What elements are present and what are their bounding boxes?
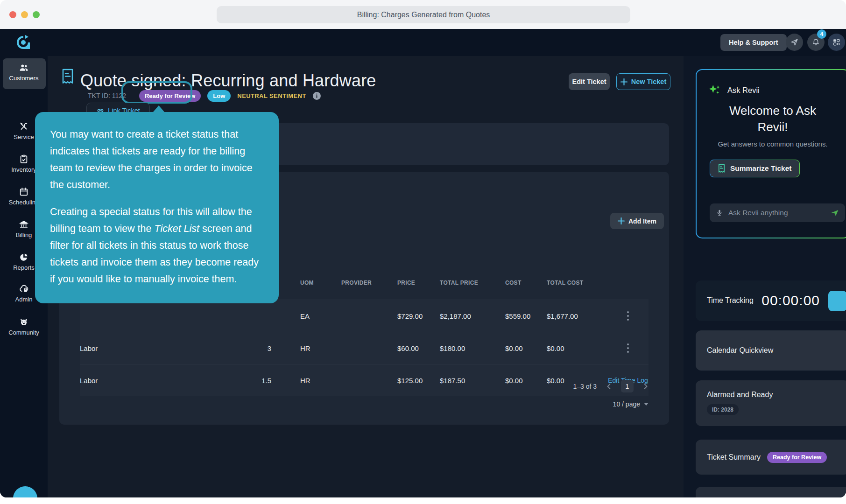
screen: Billing: Charges Generated from Quotes H…	[0, 0, 846, 504]
chevron-right-icon	[643, 383, 649, 390]
ticket-id: TKT ID: 1122	[88, 92, 126, 99]
row-menu-button[interactable]	[624, 341, 632, 356]
notification-count-badge: 4	[817, 29, 826, 39]
start-timer-button[interactable]	[828, 291, 846, 311]
cell-cost: $0.00	[505, 344, 547, 352]
grid-launcher-icon	[832, 38, 841, 47]
microphone-icon[interactable]	[715, 209, 724, 217]
right-panel: Ask Revii Welcome to Ask Revii! Get answ…	[684, 56, 846, 497]
walkthrough-tooltip: You may want to create a ticket status t…	[35, 112, 279, 303]
sidebar-label: Community	[8, 329, 39, 336]
inventory-icon	[19, 154, 29, 164]
bell-icon	[811, 38, 820, 47]
help-support-button[interactable]: Help & Support	[720, 34, 787, 51]
window-title: Billing: Charges Generated from Quotes	[217, 6, 630, 23]
tooltip-paragraph-1: You may want to create a ticket status t…	[50, 126, 264, 193]
window-titlebar: Billing: Charges Generated from Quotes	[0, 0, 846, 29]
sidebar-label: Billing	[16, 231, 32, 238]
charge-row[interactable]: Labor 3 HR $60.00 $180.00 $0.00 $0.00	[80, 332, 649, 364]
scheduling-icon	[19, 187, 29, 197]
sidebar-label: Admin	[15, 296, 33, 303]
cell-price: $729.00	[397, 312, 440, 320]
cell-total-cost: $0.00	[547, 344, 607, 352]
add-item-button[interactable]: Add Item	[610, 213, 664, 229]
new-ticket-label: New Ticket	[631, 78, 667, 85]
cell-qty: 3	[239, 344, 271, 352]
tooltip-paragraph-2: Creating a special status for this will …	[50, 203, 264, 287]
alarm-title: Alarmed and Ready	[707, 391, 773, 399]
ask-revii-input[interactable]	[728, 209, 825, 217]
sidebar-label: Inventory	[11, 166, 36, 173]
next-page-button[interactable]	[643, 382, 649, 391]
chevron-left-icon	[606, 383, 612, 390]
maximize-window-button[interactable]	[33, 11, 40, 18]
calendar-quickview-widget[interactable]: Calendar Quickview	[696, 330, 846, 371]
summarize-ticket-label: Summarize Ticket	[730, 164, 792, 173]
ticket-summary-widget[interactable]: Ticket Summary Ready for Review	[696, 440, 846, 475]
prev-page-button[interactable]	[606, 382, 612, 391]
customers-icon	[19, 63, 29, 73]
sidebar-item-community[interactable]: Community	[0, 317, 48, 344]
app-launcher-button[interactable]	[828, 34, 845, 51]
ticket-summary-label: Ticket Summary	[707, 453, 761, 462]
ticket-summary-status-badge: Ready for Review	[767, 452, 827, 463]
cell-total-cost: $1,677.00	[547, 312, 607, 320]
current-page[interactable]: 1	[621, 380, 634, 392]
pagination-range: 1–3 of 3	[573, 383, 597, 390]
minimize-window-button[interactable]	[21, 11, 28, 18]
edit-ticket-button[interactable]: Edit Ticket	[569, 73, 610, 90]
ask-revii-label: Ask Revii	[727, 86, 760, 95]
revii-subtitle: Get answers to common questions.	[701, 140, 844, 148]
revii-welcome-title: Welcome to Ask Revii!	[715, 103, 830, 135]
charge-row[interactable]: EA $729.00 $2,187.00 $559.00 $1,677.00	[80, 300, 649, 332]
alarm-id-badge: ID: 2028	[707, 404, 739, 415]
summarize-ticket-button[interactable]: Summarize Ticket	[710, 160, 800, 177]
plus-icon	[620, 78, 627, 85]
sidebar-label: Scheduling	[9, 199, 39, 206]
caret-down-icon	[644, 403, 649, 406]
time-tracking-value: 00:00:00	[761, 293, 820, 308]
tooltip-arrow	[153, 105, 165, 112]
edit-ticket-label: Edit Ticket	[572, 78, 606, 85]
sidebar-item-customers[interactable]: Customers	[0, 63, 48, 90]
per-page-select[interactable]: 10 / page	[59, 400, 649, 408]
time-tracking-label: Time Tracking	[707, 296, 754, 305]
cell-total-price: $180.00	[440, 344, 505, 352]
new-ticket-button[interactable]: New Ticket	[616, 73, 670, 90]
plus-icon	[618, 217, 625, 224]
col-cost: COST	[505, 280, 547, 286]
send-message-button[interactable]	[786, 34, 803, 51]
ask-revii-card: Ask Revii Welcome to Ask Revii! Get answ…	[696, 69, 846, 238]
ask-revii-header: Ask Revii	[708, 83, 760, 97]
calendar-quickview-label: Calendar Quickview	[707, 346, 773, 355]
cell-total-price: $2,187.00	[440, 312, 505, 320]
alarm-widget[interactable]: Alarmed and Ready ID: 2028	[696, 380, 846, 426]
cell-uom: HR	[271, 344, 341, 352]
priority-badge[interactable]: Low	[207, 90, 231, 102]
walkthrough-highlight-ring	[121, 81, 192, 104]
add-item-label: Add Item	[628, 217, 656, 225]
col-provider: PROVIDER	[341, 280, 397, 286]
app-topbar: Help & Support 4	[0, 29, 846, 56]
col-uom: UOM	[271, 280, 341, 286]
col-price: PRICE	[397, 280, 440, 286]
ticket-icon	[61, 68, 75, 85]
admin-icon	[19, 284, 29, 294]
send-icon[interactable]	[830, 209, 839, 217]
info-icon[interactable]	[313, 92, 321, 100]
ask-revii-input-wrap	[710, 203, 845, 222]
time-tracking-widget[interactable]: Time Tracking 00:00:00	[696, 280, 846, 321]
cell-uom: EA	[271, 312, 341, 320]
col-total-cost: TOTAL COST	[547, 280, 607, 286]
service-icon	[19, 121, 29, 132]
cell-price: $60.00	[397, 344, 440, 352]
per-page-value: 10 / page	[613, 400, 640, 408]
pagination: 1–3 of 3 1	[59, 380, 649, 392]
billing-icon	[19, 219, 29, 230]
close-window-button[interactable]	[9, 11, 16, 18]
row-menu-button[interactable]	[624, 308, 632, 323]
ticket-details-widget[interactable]: Ticket Details	[696, 487, 846, 497]
reports-icon	[19, 252, 29, 262]
app-logo-icon[interactable]	[16, 35, 31, 50]
help-support-label: Help & Support	[729, 39, 778, 46]
